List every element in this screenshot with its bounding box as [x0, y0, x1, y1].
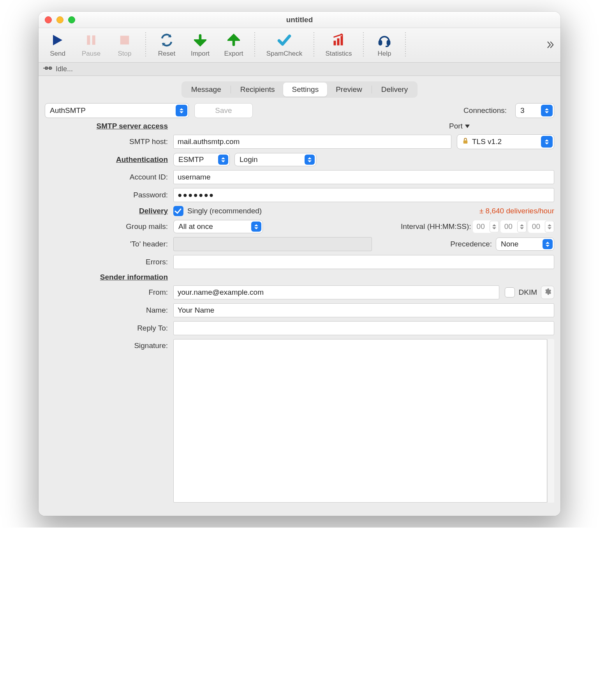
password-label: Password: [45, 191, 173, 199]
window-title: untitled [39, 16, 560, 24]
errors-input[interactable] [173, 255, 554, 269]
toolbar: Send Pause Stop [39, 28, 560, 63]
pause-icon [85, 32, 97, 48]
statistics-icon [332, 32, 346, 48]
status-bar: Idle... [39, 63, 560, 76]
chevron-updown-icon [541, 105, 553, 116]
headset-icon [377, 32, 391, 48]
toolbar-separator [363, 32, 364, 57]
from-input[interactable]: your.name@example.com [173, 285, 499, 299]
smtp-host-input[interactable]: mail.authsmtp.com [173, 135, 451, 149]
profile-select-value: AuthSMTP [50, 106, 86, 115]
scrollbar[interactable] [547, 339, 554, 503]
svg-rect-4 [337, 39, 339, 46]
group-mails-select[interactable]: All at once [173, 220, 263, 233]
auth-protocol-select[interactable]: ESMTP [173, 153, 230, 166]
svg-rect-8 [463, 140, 468, 143]
auth-method-select[interactable]: Login [234, 153, 316, 166]
to-header-label: 'To' header: [45, 240, 173, 248]
dkim-label: DKIM [519, 288, 537, 297]
app-window: untitled Send Pause Stop [39, 12, 560, 516]
dkim-checkbox[interactable] [505, 287, 515, 297]
interval-hh-stepper[interactable]: 00 [473, 220, 499, 233]
singly-label: Singly (recommended) [187, 207, 262, 215]
signature-label: Signature: [45, 339, 173, 350]
reply-to-label: Reply To: [45, 324, 173, 332]
gear-icon [544, 288, 551, 297]
import-button[interactable]: Import [183, 30, 217, 60]
svg-rect-2 [120, 36, 129, 45]
play-icon [51, 32, 65, 48]
delivery-rate-text: ± 8,640 deliveries/hour [479, 207, 554, 215]
signature-input[interactable] [173, 339, 547, 503]
toolbar-separator [145, 32, 146, 57]
help-button[interactable]: Help [368, 30, 401, 60]
toolbar-separator [314, 32, 314, 57]
stepper-icon [545, 221, 554, 232]
statistics-button[interactable]: Statistics [318, 30, 359, 60]
chevron-updown-icon [251, 222, 261, 232]
interval-ss-stepper[interactable]: 00 [528, 220, 554, 233]
stop-icon [119, 32, 130, 48]
connection-icon [42, 65, 53, 74]
toolbar-overflow-button[interactable] [543, 33, 558, 56]
import-icon [194, 32, 206, 48]
reset-button[interactable]: Reset [150, 30, 183, 60]
name-label: Name: [45, 306, 173, 315]
precedence-label: Precedence: [450, 240, 492, 248]
connections-label: Connections: [463, 106, 507, 115]
tab-preview[interactable]: Preview [327, 83, 371, 97]
tab-settings[interactable]: Settings [283, 83, 327, 97]
chevron-updown-icon [541, 136, 553, 148]
from-label: From: [45, 288, 173, 297]
send-button[interactable]: Send [41, 30, 74, 60]
svg-rect-5 [340, 36, 343, 46]
stop-button[interactable]: Stop [108, 30, 141, 60]
interval-mm-stepper[interactable]: 00 [500, 220, 527, 233]
profile-select[interactable]: AuthSMTP [45, 103, 189, 118]
errors-label: Errors: [45, 258, 173, 266]
name-input[interactable]: Your Name [173, 303, 554, 317]
precedence-select[interactable]: None [496, 237, 554, 251]
chevron-updown-icon [305, 155, 315, 165]
account-id-input[interactable]: username [173, 170, 554, 184]
port-header[interactable]: Port [449, 122, 470, 130]
svg-rect-3 [333, 41, 336, 46]
singly-checkbox[interactable] [173, 206, 183, 216]
tab-delivery[interactable]: Delivery [373, 83, 417, 97]
tab-message[interactable]: Message [183, 83, 230, 97]
tab-recipients[interactable]: Recipients [232, 83, 284, 97]
tab-bar: Message Recipients Settings Preview Deli… [45, 81, 554, 98]
reply-to-input[interactable] [173, 321, 554, 335]
chevron-updown-icon [176, 105, 187, 116]
export-icon [227, 32, 240, 48]
password-input[interactable]: ●●●●●●● [173, 188, 554, 202]
account-id-label: Account ID: [45, 173, 173, 181]
stepper-icon [517, 221, 527, 232]
svg-rect-7 [388, 41, 390, 45]
svg-rect-6 [379, 41, 382, 45]
pause-button[interactable]: Pause [74, 30, 108, 60]
toolbar-separator [254, 32, 255, 57]
status-text: Idle... [56, 65, 73, 73]
sender-information-header: Sender information [45, 273, 173, 281]
titlebar: untitled [39, 12, 560, 28]
authentication-header: Authentication [45, 155, 173, 164]
main-content: Message Recipients Settings Preview Deli… [39, 76, 560, 516]
check-icon [276, 32, 293, 48]
dkim-settings-button[interactable] [541, 286, 554, 299]
smtp-server-access-header: SMTP server access [45, 122, 173, 130]
chevron-updown-icon [218, 155, 228, 165]
spamcheck-button[interactable]: SpamCheck [259, 30, 310, 60]
smtp-host-label: SMTP host: [45, 137, 173, 146]
triangle-down-icon [465, 125, 470, 128]
tls-select[interactable]: TLS v1.2 [457, 134, 554, 149]
delivery-header: Delivery [45, 207, 173, 215]
save-button[interactable]: Save [194, 103, 253, 118]
svg-rect-1 [92, 35, 95, 45]
export-button[interactable]: Export [217, 30, 250, 60]
interval-label: Interval (HH:MM:SS): [401, 222, 471, 231]
connections-select[interactable]: 3 [515, 103, 554, 118]
chevron-updown-icon [543, 239, 553, 249]
lock-icon [462, 137, 469, 147]
